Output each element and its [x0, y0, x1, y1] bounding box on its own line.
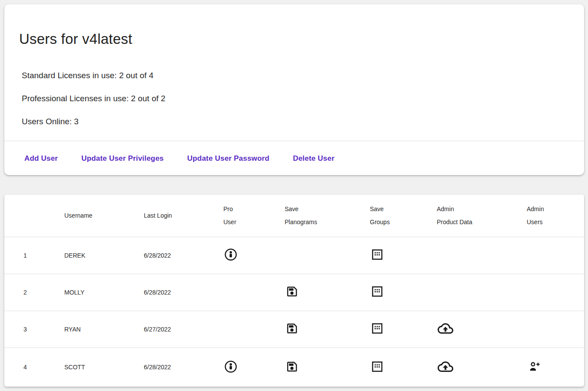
groups-grid-icon [371, 285, 384, 298]
users-table-card: Username Last Login ProUser SavePlanogra… [4, 195, 584, 387]
cell-admin-users [527, 311, 584, 348]
cell-admin-product-data [437, 274, 527, 311]
col-header-last-login: Last Login [144, 195, 223, 237]
standard-licenses-stat: Standard Licenses in use: 2 out of 4 [22, 71, 584, 80]
cell-admin-users [527, 237, 584, 274]
groups-grid-icon [371, 248, 384, 261]
col-header-admin-product-data: AdminProduct Data [437, 195, 527, 237]
cell-username: SCOTT [64, 348, 144, 387]
cell-save-groups [370, 348, 437, 387]
person-add-icon [528, 360, 541, 373]
cell-index: 2 [4, 274, 64, 311]
cell-save-planograms [285, 237, 370, 274]
cell-save-planograms [285, 274, 370, 311]
cell-save-planograms [285, 348, 370, 387]
delete-user-button[interactable]: Delete User [289, 151, 338, 166]
cell-last-login: 6/28/2022 [144, 348, 223, 387]
cell-index: 1 [4, 237, 64, 274]
cell-pro-user [223, 237, 285, 274]
cell-save-groups [370, 274, 437, 311]
save-icon [286, 322, 299, 335]
cell-save-groups [370, 311, 437, 348]
pro-user-icon [224, 248, 237, 261]
cloud-upload-icon [438, 322, 453, 335]
users-table: Username Last Login ProUser SavePlanogra… [4, 195, 584, 387]
col-header-save-groups: SaveGroups [370, 195, 437, 237]
groups-grid-icon [371, 322, 384, 335]
cell-admin-product-data [437, 237, 527, 274]
cell-pro-user [223, 348, 285, 387]
cell-admin-product-data [437, 311, 527, 348]
table-row[interactable]: 3 RYAN 6/27/2022 [4, 311, 584, 348]
save-icon [286, 360, 299, 373]
col-header-username: Username [64, 195, 144, 237]
update-user-password-button[interactable]: Update User Password [184, 151, 273, 166]
col-header-save-planograms: SavePlanograms [285, 195, 370, 237]
page-title: Users for v4latest [19, 31, 584, 46]
cell-username: DEREK [64, 237, 144, 274]
table-header-row: Username Last Login ProUser SavePlanogra… [4, 195, 584, 237]
groups-grid-icon [371, 360, 384, 373]
actions-toolbar: Add User Update User Privileges Update U… [4, 141, 584, 175]
pro-user-icon [224, 360, 237, 373]
cell-pro-user [223, 274, 285, 311]
update-user-privileges-button[interactable]: Update User Privileges [78, 151, 167, 166]
add-user-button[interactable]: Add User [21, 151, 61, 166]
cloud-upload-icon [438, 360, 453, 373]
professional-licenses-stat: Professional Licenses in use: 2 out of 2 [22, 94, 584, 103]
page: Users for v4latest Standard Licenses in … [0, 0, 588, 391]
table-row[interactable]: 1 DEREK 6/28/2022 [4, 237, 584, 274]
cell-pro-user [223, 311, 285, 348]
cell-last-login: 6/28/2022 [144, 237, 223, 274]
save-icon [286, 285, 299, 298]
cell-admin-users [527, 348, 584, 387]
cell-username: MOLLY [64, 274, 144, 311]
users-summary-card: Users for v4latest Standard Licenses in … [4, 4, 584, 175]
cell-admin-product-data [437, 348, 527, 387]
table-row[interactable]: 4 SCOTT 6/28/2022 [4, 348, 584, 387]
cell-save-groups [370, 237, 437, 274]
col-header-index [4, 195, 64, 237]
cell-last-login: 6/28/2022 [144, 274, 223, 311]
cell-last-login: 6/27/2022 [144, 311, 223, 348]
cell-index: 4 [4, 348, 64, 387]
cell-save-planograms [285, 311, 370, 348]
users-online-stat: Users Online: 3 [22, 117, 584, 126]
col-header-pro-user: ProUser [223, 195, 285, 237]
col-header-admin-users: AdminUsers [527, 195, 584, 237]
table-row[interactable]: 2 MOLLY 6/28/2022 [4, 274, 584, 311]
cell-admin-users [527, 274, 584, 311]
cell-username: RYAN [64, 311, 144, 348]
cell-index: 3 [4, 311, 64, 348]
